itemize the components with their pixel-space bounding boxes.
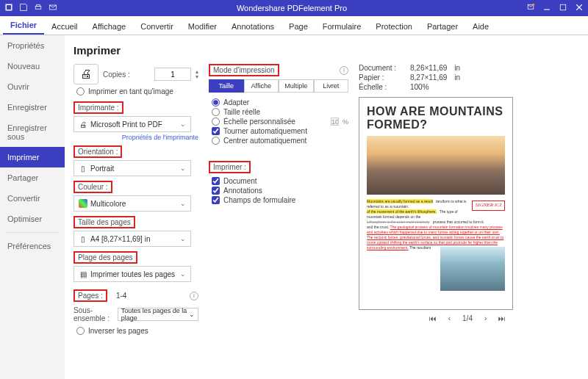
first-page-icon[interactable]: ⏮ [429,314,437,322]
tab-fichier[interactable]: Fichier [3,17,44,35]
chevron-down-icon: ⌄ [180,270,186,278]
custom-scale-radio[interactable] [212,118,220,126]
section-mode: Mode d'impression [209,64,279,76]
info-icon[interactable]: i [190,292,198,300]
tab-accueil[interactable]: Accueil [44,18,85,35]
adapter-radio[interactable]: Adapter [212,98,348,107]
mode-tab-taille[interactable]: Taille [209,79,244,93]
copies-input[interactable] [154,68,191,81]
print-document-checkbox[interactable]: Document [212,177,348,185]
page-title: Imprimer [74,44,576,57]
section-pagerange: Plage des pages [74,251,137,264]
tab-modifier[interactable]: Modifier [181,18,224,35]
prev-page-icon[interactable]: ‹ [448,314,451,322]
color-icon [79,199,87,208]
app-logo-icon [4,3,13,13]
mode-tab-affiche[interactable]: Affiche [244,79,279,93]
tab-page[interactable]: Page [282,18,315,35]
tab-affichage[interactable]: Affichage [85,18,134,35]
svg-rect-2 [35,7,41,10]
print-as-image-radio[interactable]: Imprimer en tant qu'image [76,87,198,95]
sidebar: Propriétés Nouveau Ouvrir Enregistrer En… [0,35,65,379]
auto-rotate-checkbox[interactable]: Tourner automatiquement [212,127,348,135]
minimize-icon[interactable] [542,3,551,13]
printer-select[interactable]: 🖨Microsoft Print to PDF ⌄ [74,116,191,132]
preview-heading: HOW ARE MOUNTAINS FORMED? [367,105,505,131]
custom-scale-row: Échelle personnalisée % [212,118,348,126]
print-formfields-checkbox[interactable]: Champs de formulaire [212,196,348,204]
maximize-icon[interactable] [559,3,567,13]
print-preview: HOW ARE MOUNTAINS FORMED? SIGNER ICI Mou… [359,97,513,310]
print-annotations-checkbox[interactable]: Annotations [212,187,348,195]
svg-rect-8 [560,4,566,10]
svg-rect-3 [37,4,40,6]
print-panel: Imprimer 🖨 Copies : ▴▾ Imprimer en tant … [65,35,588,379]
mode-tab-livret[interactable]: Livret [314,79,349,93]
sidebar-item-optimiser[interactable]: Optimiser [0,209,65,229]
sidebar-item-convertir[interactable]: Convertir [0,188,65,209]
mode-tabs: Taille Affiche Multiple Livret [209,79,348,93]
portrait-icon: ▯ [79,164,87,173]
section-print-what: Imprimer : [209,161,251,173]
pages-value: 1-4 [112,292,185,300]
menubar: Fichier Accueil Affichage Convertir Modi… [0,16,588,35]
sidebar-item-preferences[interactable]: Préférences [0,236,65,256]
sign-here-stamp: SIGNER ICI [472,201,505,211]
mode-tab-multiple[interactable]: Multiple [279,79,314,93]
tab-annotations[interactable]: Annotations [224,18,282,35]
sidebar-item-imprimer[interactable]: Imprimer [0,147,65,167]
tab-formulaire[interactable]: Formulaire [315,18,369,35]
chevron-down-icon: ⌄ [189,311,195,318]
print-icon[interactable] [34,3,43,13]
tab-aide[interactable]: Aide [465,18,496,35]
window-title: Wondershare PDFelement Pro [57,4,526,12]
info-icon[interactable]: i [340,66,348,75]
copies-stepper[interactable]: ▴▾ [196,69,198,79]
mail-icon[interactable] [49,3,57,13]
notification-icon[interactable] [526,3,535,13]
next-page-icon[interactable]: › [484,314,487,322]
color-select[interactable]: Multicolore ⌄ [74,195,191,212]
close-icon[interactable] [575,3,584,13]
last-page-icon[interactable]: ⏭ [498,314,506,322]
sidebar-item-nouveau[interactable]: Nouveau [0,56,65,76]
tab-convertir[interactable]: Convertir [133,18,181,35]
page-indicator: 1/4 [462,314,473,322]
preview-text: SIGNER ICI Mountains are usually formed … [367,199,505,250]
sidebar-item-ouvrir[interactable]: Ouvrir [0,76,65,97]
sidebar-item-enregistrer[interactable]: Enregistrer [0,97,65,118]
pagesize-select[interactable]: ▯A4 [8,27×11,69] in ⌄ [74,231,191,247]
scale-input[interactable] [331,118,339,126]
save-icon[interactable] [19,3,28,13]
tab-partager[interactable]: Partager [420,18,465,35]
chevron-down-icon: ⌄ [180,165,186,172]
section-printer: Imprimante : [74,101,123,114]
printer-icon: 🖨 [74,64,98,84]
section-color: Couleur : [74,181,112,193]
sidebar-item-partager[interactable]: Partager [0,167,65,188]
preview-pager: ⏮ ‹ 1/4 › ⏭ [359,314,576,322]
page-icon: ▯ [79,234,87,243]
svg-rect-1 [7,5,11,10]
page-meta: Document :8,26×11,69in Papier :8,27×11,6… [359,64,576,91]
sidebar-item-enregistrer-sous[interactable]: Enregistrer sous [0,118,65,147]
sidebar-item-proprietes[interactable]: Propriétés [0,35,65,56]
reverse-pages-radio[interactable]: Inverser les pages [76,327,198,335]
titlebar: Wondershare PDFelement Pro [0,0,588,16]
tab-protection[interactable]: Protection [368,18,420,35]
auto-center-radio[interactable]: Centrer automatiquement [212,137,348,145]
pagerange-select[interactable]: ▤Imprimer toutes les pages ⌄ [74,266,191,282]
preview-image-main [367,136,505,195]
chevron-down-icon: ⌄ [180,120,186,128]
real-size-radio[interactable]: Taille réelle [212,108,348,116]
orientation-select[interactable]: ▯Portrait ⌄ [74,160,191,176]
svg-point-6 [532,4,534,6]
printer-properties-link[interactable]: Propriétés de l'imprimante [74,134,198,141]
pages-icon: ▤ [79,270,87,278]
copies-label: Copies : [103,71,130,79]
preview-image-side [440,247,505,291]
scale-unit: % [343,118,348,126]
subset-label: Sous-ensemble : [74,306,113,322]
subset-select[interactable]: Toutes les pages de la plage ⌄ [118,308,198,321]
chevron-down-icon: ⌄ [180,235,186,242]
